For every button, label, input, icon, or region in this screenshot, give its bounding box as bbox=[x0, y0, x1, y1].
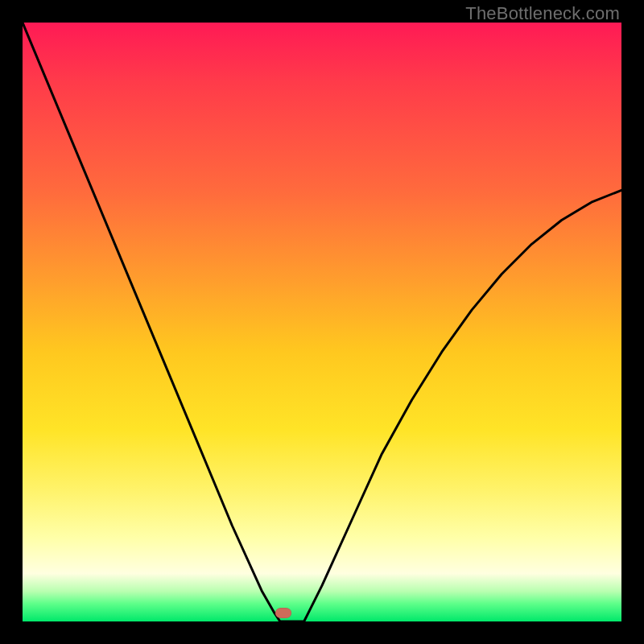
chart-frame: TheBottleneck.com bbox=[0, 0, 644, 644]
curve-svg bbox=[23, 23, 621, 621]
chart-plot-area bbox=[23, 23, 621, 621]
optimal-point-marker bbox=[275, 608, 291, 618]
watermark-text: TheBottleneck.com bbox=[465, 3, 620, 24]
bottleneck-curve bbox=[23, 23, 621, 621]
